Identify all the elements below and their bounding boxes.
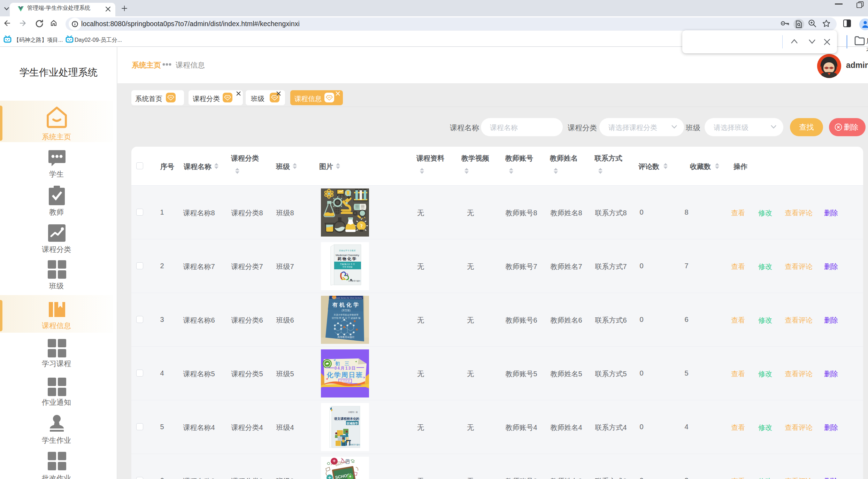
svg-text:天津大学有机化学教研室: 天津大学有机化学教研室	[333, 314, 359, 316]
svg-text:有机化学: 有机化学	[332, 302, 360, 308]
svg-text:主编 魏大友 全 丹: 主编 魏大友 全 丹	[340, 263, 355, 265]
svg-text:Textbook Series for 21st Centu: Textbook Series for 21st Century	[331, 297, 362, 299]
svg-text:化学周日班: 化学周日班	[327, 371, 363, 379]
svg-text:正式开课: 正式开课	[340, 380, 350, 382]
svg-text:张文勤 郑 艳 马 宁 赵温涛 编: 张文勤 郑 艳 马 宁 赵温涛 编	[332, 317, 361, 319]
svg-text:04月13日: 04月13日	[335, 366, 356, 371]
svg-text:药物化学: 药物化学	[337, 257, 357, 261]
svg-text:上海教育出版社: 上海教育出版社	[348, 443, 360, 446]
svg-text:药物化学专业教材: 药物化学专业教材	[339, 249, 356, 252]
svg-text:主审 郑思敏: 主审 郑思敏	[342, 266, 353, 268]
svg-text:高等教育出版社: 高等教育出版社	[348, 280, 361, 282]
svg-text:区域指导: 区域指导	[347, 422, 358, 425]
svg-text:初三: 初三	[335, 361, 354, 366]
svg-text:Medicinal Chemistry: Medicinal Chemistry	[336, 254, 359, 257]
svg-text:高等教育出版社: 高等教育出版社	[338, 335, 355, 339]
svg-text:何晓明丨著: 何晓明丨著	[348, 411, 358, 414]
svg-text:语文课程校本化的: 语文课程校本化的	[334, 417, 359, 420]
svg-text:(第五版): (第五版)	[341, 309, 351, 312]
